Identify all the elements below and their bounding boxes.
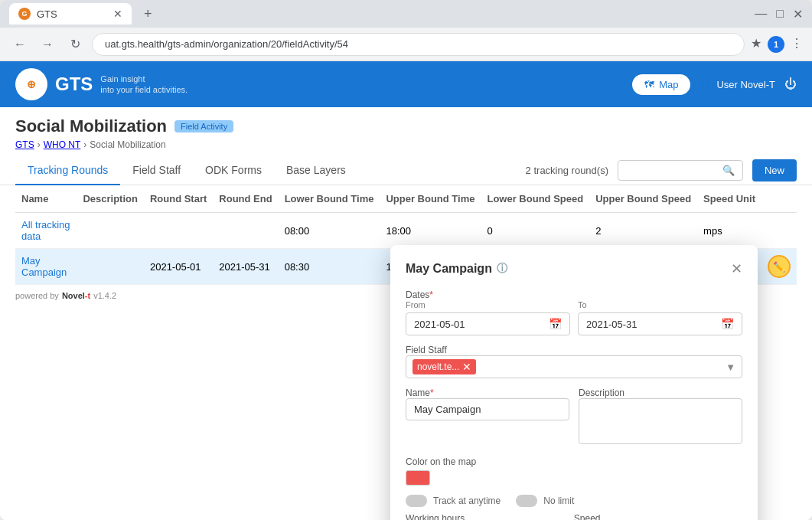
staff-select[interactable]: novelt.te... ✕ ▼ xyxy=(406,355,742,378)
speed-group: Speed From To m/s xyxy=(574,513,691,520)
address-bar[interactable]: uat.gts.health/gts-admin/organization/20… xyxy=(92,33,745,56)
browser-controls: ← → ↻ uat.gts.health/gts-admin/organizat… xyxy=(0,28,812,61)
description-group: Description xyxy=(579,388,742,447)
maximize-icon[interactable]: □ xyxy=(776,7,784,21)
edit-button[interactable]: ✏️ xyxy=(768,255,791,278)
back-button[interactable]: ← xyxy=(9,34,31,55)
tab-field-staff[interactable]: Field Staff xyxy=(120,156,193,185)
modal-close-button[interactable]: ✕ xyxy=(731,260,742,277)
col-lower-speed: Lower Bound Speed xyxy=(481,185,589,213)
bookmark-icon[interactable]: ★ xyxy=(751,36,761,53)
row-0-name[interactable]: All tracking data xyxy=(21,219,70,242)
track-anytime-toggle[interactable]: Track at anytime xyxy=(406,495,501,507)
staff-tag-remove[interactable]: ✕ xyxy=(462,361,471,373)
description-textarea[interactable] xyxy=(579,398,742,444)
table-row: All tracking data 08:00 18:00 0 2 mps xyxy=(15,213,797,249)
minimize-icon[interactable]: ― xyxy=(755,7,767,21)
search-icon: 🔍 xyxy=(722,165,735,176)
tab-base-layers[interactable]: Base Layers xyxy=(274,156,358,185)
modal-title: May Campaign ⓘ xyxy=(406,262,507,276)
staff-tag: novelt.te... ✕ xyxy=(413,359,476,374)
color-section: Color on the map xyxy=(406,456,742,486)
to-calendar-icon[interactable]: 📅 xyxy=(721,318,734,330)
staff-dropdown-arrow[interactable]: ▼ xyxy=(726,361,735,373)
row-1-actions: ✏️ xyxy=(761,249,797,285)
app-header: ⊕ GTS Gain insight into your field activ… xyxy=(0,61,812,107)
power-icon[interactable]: ⏻ xyxy=(784,77,797,91)
row-1-desc xyxy=(77,249,144,285)
tracking-count: 2 tracking round(s) xyxy=(526,165,608,176)
row-1-name[interactable]: May Campaign xyxy=(21,255,67,278)
to-date-input[interactable]: 2021-05-31 📅 xyxy=(578,312,742,335)
hours-speed-section: Working hours From : To : xyxy=(406,513,742,520)
new-button[interactable]: New xyxy=(752,159,797,182)
table-header-row: Name Description Round Start Round End L… xyxy=(15,185,797,213)
name-label: Name* xyxy=(406,388,569,398)
to-label: To xyxy=(578,300,742,309)
dates-label: Dates* xyxy=(406,289,742,300)
tab-actions: 2 tracking round(s) 🔍 New xyxy=(526,159,797,182)
close-window-icon[interactable]: ✕ xyxy=(793,7,803,21)
row-0-end xyxy=(213,213,278,249)
page-header: Social Mobilization Field Activity GTS ›… xyxy=(0,107,812,150)
info-icon[interactable]: ⓘ xyxy=(497,262,507,276)
user-avatar: 1 xyxy=(768,36,784,53)
url-text: uat.gts.health/gts-admin/organization/20… xyxy=(105,38,348,50)
row-0-lower-time: 08:00 xyxy=(279,213,380,249)
edit-modal: May Campaign ⓘ ✕ Dates* From 2021-05-01 … xyxy=(390,245,758,520)
logo-text-area: GTS xyxy=(55,74,93,95)
tab-tracking-rounds[interactable]: Tracking Rounds xyxy=(15,156,120,185)
browser-tab[interactable]: G GTS ✕ xyxy=(9,3,132,25)
from-date-input[interactable]: 2021-05-01 📅 xyxy=(406,312,570,335)
to-date-group: To 2021-05-31 📅 xyxy=(578,300,742,335)
row-1-end: 2021-05-31 xyxy=(213,249,278,285)
row-0-lower-speed: 0 xyxy=(481,213,589,249)
menu-icon[interactable]: ⋮ xyxy=(791,36,803,53)
col-name: Name xyxy=(15,185,77,213)
row-1-lower-time: 08:30 xyxy=(279,249,380,285)
search-input[interactable] xyxy=(626,165,718,176)
search-box[interactable]: 🔍 xyxy=(618,160,743,181)
breadcrumb-who[interactable]: WHO NT xyxy=(44,139,81,150)
row-1-start: 2021-05-01 xyxy=(144,249,213,285)
field-staff-label: Field Staff xyxy=(406,345,742,355)
col-actions xyxy=(761,185,797,213)
speed-label: Speed xyxy=(574,513,691,520)
browser-actions: ★ 1 ⋮ xyxy=(751,36,803,53)
col-round-end: Round End xyxy=(213,185,278,213)
dates-section: Dates* From 2021-05-01 📅 To 2021-05-31 📅 xyxy=(406,289,742,335)
track-anytime-toggle-switch[interactable] xyxy=(406,495,427,507)
color-label: Color on the map xyxy=(406,456,742,467)
col-lower-time: Lower Bound Time xyxy=(279,185,380,213)
reload-button[interactable]: ↻ xyxy=(64,34,86,55)
color-swatch[interactable] xyxy=(406,470,430,486)
map-button[interactable]: 🗺 Map xyxy=(632,74,690,95)
new-tab-button[interactable]: + xyxy=(138,6,158,22)
logo-area: ⊕ GTS Gain insight into your field activ… xyxy=(15,68,188,100)
logo-icon: ⊕ xyxy=(27,78,36,90)
row-0-actions xyxy=(761,213,797,249)
logo-sub: Gain insight into your field activities. xyxy=(100,74,188,96)
from-calendar-icon[interactable]: 📅 xyxy=(549,318,562,330)
name-input[interactable] xyxy=(406,398,569,420)
breadcrumb-gts[interactable]: GTS xyxy=(15,139,34,150)
col-description: Description xyxy=(77,185,144,213)
no-limit-toggle[interactable]: No limit xyxy=(516,495,574,507)
version-text: v1.4.2 xyxy=(93,291,116,300)
row-0-upper-time: 18:00 xyxy=(380,213,481,249)
working-hours-label: Working hours xyxy=(406,513,559,520)
tab-close-icon[interactable]: ✕ xyxy=(113,8,122,20)
forward-button[interactable]: → xyxy=(37,34,58,55)
breadcrumb-current: Social Mobilization xyxy=(90,139,165,150)
page-title: Social Mobilization xyxy=(15,116,167,136)
header-actions: 🗺 Map 👤 User Novel-T ⏻ xyxy=(632,74,797,95)
row-0-desc xyxy=(77,213,144,249)
logo-text: GTS xyxy=(55,74,93,95)
user-button[interactable]: 👤 User Novel-T xyxy=(699,79,775,90)
date-inputs: From 2021-05-01 📅 To 2021-05-31 📅 xyxy=(406,300,742,335)
field-staff-section: Field Staff novelt.te... ✕ ▼ xyxy=(406,345,742,378)
no-limit-toggle-switch[interactable] xyxy=(516,495,537,507)
working-hours-group: Working hours From : To : xyxy=(406,513,559,520)
modal-header: May Campaign ⓘ ✕ xyxy=(406,260,742,277)
tab-odk-forms[interactable]: ODK Forms xyxy=(193,156,274,185)
